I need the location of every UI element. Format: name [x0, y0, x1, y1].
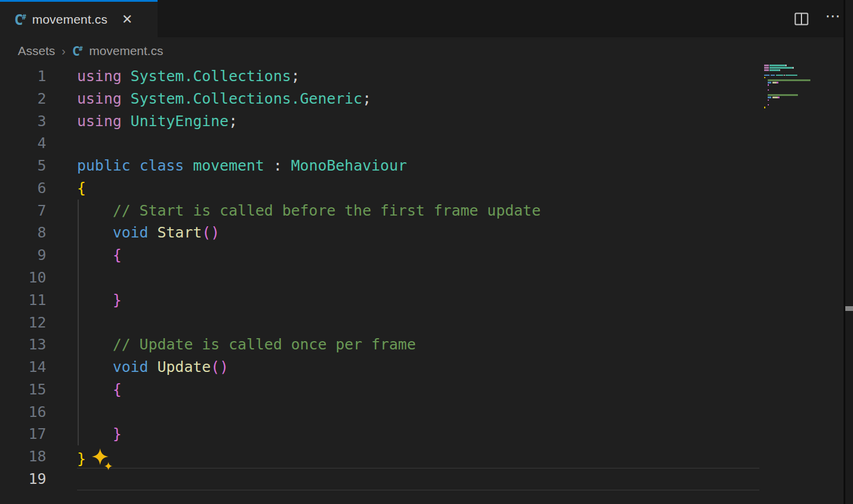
minimap-line — [780, 69, 781, 71]
code-line-text: using System.Collections.Generic; — [77, 88, 371, 110]
line-number: 9 — [0, 244, 46, 267]
line-number: 18 — [0, 445, 46, 468]
minimap-line — [764, 75, 769, 76]
minimap-line — [768, 89, 769, 91]
code-line[interactable]: 2using System.Collections.Generic; — [0, 88, 844, 110]
minimap-line — [769, 65, 785, 66]
vscode-editor-window: C# movement.cs ✕ ⋯ Assets › C# movement.… — [0, 0, 853, 504]
editor-actions: ⋯ — [793, 0, 842, 37]
code-line-text: { — [77, 177, 86, 200]
code-line[interactable]: 3using UnityEngine; — [0, 110, 844, 133]
code-line[interactable]: 17 } — [0, 423, 844, 445]
minimap-line — [784, 75, 785, 76]
code-line-text: { — [77, 244, 121, 267]
minimap-line — [785, 75, 797, 76]
minimap-line — [764, 69, 769, 71]
more-actions-icon[interactable]: ⋯ — [825, 16, 842, 22]
minimap-line — [769, 69, 780, 71]
csharp-file-icon: C# — [14, 11, 26, 28]
line-number: 10 — [0, 267, 46, 289]
minimap-line — [769, 67, 793, 69]
code-line-text: { — [77, 378, 121, 401]
code-line-text: using UnityEngine; — [77, 110, 238, 133]
minimap-line — [772, 82, 777, 84]
code-line-text: public class movement : MonoBehaviour — [77, 155, 407, 177]
code-line-text: void Update() — [77, 356, 229, 378]
scrollbar-thumb[interactable] — [845, 306, 853, 311]
minimap-line — [785, 65, 787, 66]
code-line-text: } — [77, 289, 121, 312]
line-number: 2 — [0, 88, 46, 110]
code-line[interactable]: 10 — [0, 267, 844, 289]
line-number: 14 — [0, 356, 46, 378]
line-number: 12 — [0, 312, 46, 334]
minimap-line — [793, 67, 794, 69]
right-panel-edge — [845, 0, 853, 504]
minimap-line — [772, 97, 778, 98]
tab-label: movement.cs — [32, 12, 107, 27]
line-number: 4 — [0, 132, 46, 155]
line-number: 6 — [0, 177, 46, 200]
minimap-line — [768, 82, 771, 84]
code-line[interactable]: 14 void Update() — [0, 356, 844, 378]
csharp-file-icon: C# — [72, 44, 83, 59]
tab-bar: C# movement.cs ✕ ⋯ — [0, 0, 853, 37]
code-line[interactable]: 19 — [0, 468, 844, 490]
line-number: 16 — [0, 401, 46, 423]
code-line[interactable]: 15 { — [0, 378, 844, 401]
code-line[interactable]: 6{ — [0, 177, 844, 200]
code-line[interactable]: 1using System.Collections; — [0, 65, 844, 88]
code-line[interactable]: 8 void Start() — [0, 221, 844, 244]
code-line[interactable]: 7 // Start is called before the first fr… — [0, 200, 844, 222]
line-number: 11 — [0, 289, 46, 312]
line-number: 7 — [0, 200, 46, 222]
code-line-text: using System.Collections; — [77, 65, 300, 88]
split-editor-icon[interactable] — [793, 11, 810, 27]
minimap-line — [771, 75, 775, 76]
chevron-right-icon: › — [62, 44, 66, 58]
line-number: 3 — [0, 110, 46, 133]
code-line[interactable]: 9 { — [0, 244, 844, 267]
minimap-line — [777, 82, 778, 84]
code-editor[interactable]: 1using System.Collections;2using System.… — [0, 65, 844, 504]
code-line[interactable]: 18} — [0, 445, 844, 468]
line-number: 5 — [0, 155, 46, 177]
breadcrumb: Assets › C# movement.cs — [18, 37, 163, 65]
code-line[interactable]: 16 — [0, 401, 844, 423]
code-line-text: // Update is called once per frame — [77, 333, 416, 356]
minimap-line — [768, 84, 769, 86]
minimap-line — [768, 99, 769, 101]
minimap-line — [764, 107, 765, 108]
code-line[interactable]: 12 — [0, 312, 844, 334]
code-line[interactable]: 4 — [0, 132, 844, 155]
code-line-text: } — [77, 423, 121, 445]
code-line-text: void Start() — [77, 221, 220, 244]
minimap-line — [764, 77, 765, 79]
minimap-line — [764, 65, 769, 66]
minimap-line — [778, 97, 780, 98]
minimap-line — [776, 75, 783, 76]
line-number: 1 — [0, 65, 46, 88]
line-number: 19 — [0, 468, 46, 490]
tab-close-icon[interactable]: ✕ — [121, 13, 132, 26]
minimap-line — [768, 97, 771, 98]
line-number: 13 — [0, 333, 46, 356]
line-number: 15 — [0, 378, 46, 401]
minimap-line — [768, 104, 769, 106]
code-line-text: // Start is called before the first fram… — [77, 200, 541, 222]
minimap-line — [768, 94, 798, 96]
minimap-line — [768, 79, 810, 81]
code-line[interactable]: 13 // Update is called once per frame — [0, 333, 844, 356]
minimap-line — [764, 67, 769, 69]
line-number: 17 — [0, 423, 46, 445]
breadcrumb-folder[interactable]: Assets — [18, 44, 55, 58]
code-line[interactable]: 5public class movement : MonoBehaviour — [0, 155, 844, 177]
code-line[interactable]: 11 } — [0, 289, 844, 312]
line-number: 8 — [0, 221, 46, 244]
breadcrumb-file[interactable]: movement.cs — [89, 44, 163, 58]
tab-movement-cs[interactable]: C# movement.cs ✕ — [0, 0, 158, 37]
minimap[interactable] — [764, 65, 835, 118]
